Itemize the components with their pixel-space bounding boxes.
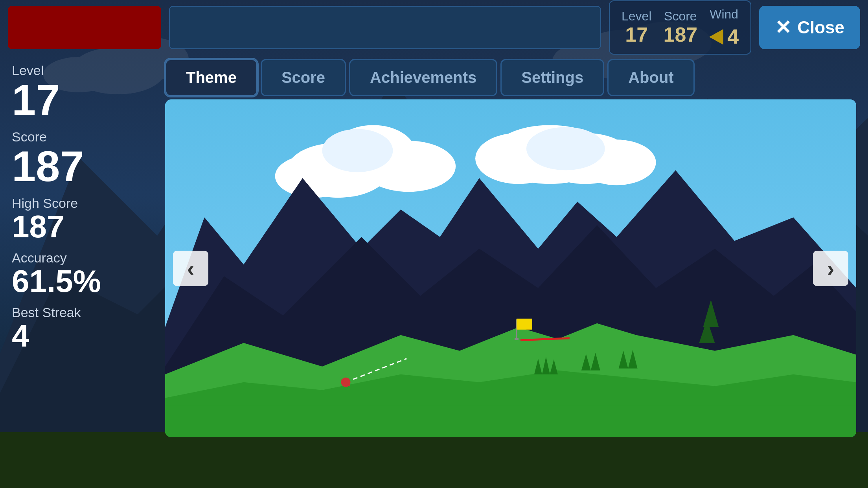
tab-achievements[interactable]: Achievements — [349, 59, 497, 96]
left-panel: Level 17 Score 187 High Score 187 Accura… — [12, 63, 161, 360]
best-streak-row: Best Streak 4 — [12, 305, 161, 352]
accuracy-row: Accuracy 61.5% — [12, 250, 161, 297]
title-bar — [169, 6, 601, 49]
tab-theme[interactable]: Theme — [165, 59, 257, 96]
tab-score[interactable]: Score — [261, 59, 346, 96]
next-theme-button[interactable]: › — [813, 251, 848, 286]
close-x-icon: ✕ — [775, 16, 791, 39]
level-stat: Level 17 — [622, 9, 652, 46]
wind-stat: Wind 4 — [709, 7, 739, 48]
score-row-value: 187 — [12, 145, 161, 188]
preview-scene-svg — [165, 99, 856, 437]
high-score-row: High Score 187 — [12, 196, 161, 242]
accuracy-row-value: 61.5% — [12, 266, 161, 297]
wind-label: Wind — [710, 7, 738, 22]
score-value: 187 — [663, 24, 697, 46]
tab-settings[interactable]: Settings — [500, 59, 604, 96]
close-label: Close — [797, 18, 844, 37]
score-row: Score 187 — [12, 129, 161, 188]
level-row-value: 17 — [12, 78, 161, 121]
level-label: Level — [622, 9, 652, 24]
score-stat: Score 187 — [663, 9, 697, 46]
prev-icon: ‹ — [187, 256, 195, 281]
game-stats: Level 17 Score 187 Wind 4 — [609, 0, 751, 55]
theme-preview: ‹ › — [165, 99, 856, 437]
svg-point-14 — [322, 129, 393, 172]
top-bar: Level 17 Score 187 Wind 4 ✕ Close — [0, 0, 868, 55]
best-streak-row-label: Best Streak — [12, 305, 161, 320]
tab-about[interactable]: About — [607, 59, 695, 96]
score-label: Score — [664, 9, 697, 24]
logo — [8, 6, 161, 49]
level-value: 17 — [625, 24, 648, 46]
close-button[interactable]: ✕ Close — [759, 6, 860, 49]
level-row: Level 17 — [12, 63, 161, 121]
main-content: Theme Score Achievements Settings About — [165, 59, 856, 476]
svg-rect-33 — [517, 319, 532, 330]
wind-arrow-icon — [709, 29, 723, 45]
svg-rect-34 — [515, 338, 519, 340]
wind-value: 4 — [727, 26, 739, 48]
high-score-row-value: 187 — [12, 211, 161, 242]
svg-rect-24 — [165, 406, 856, 437]
prev-theme-button[interactable]: ‹ — [173, 251, 208, 286]
svg-point-19 — [526, 127, 605, 170]
best-streak-row-value: 4 — [12, 320, 161, 352]
tab-bar: Theme Score Achievements Settings About — [165, 59, 856, 96]
next-icon: › — [827, 256, 835, 281]
